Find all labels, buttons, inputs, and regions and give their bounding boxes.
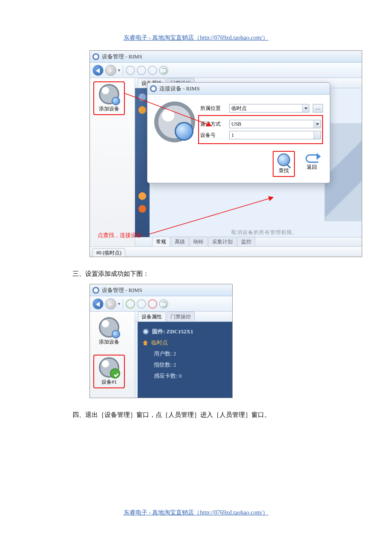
devno-input[interactable]: 1 — [229, 131, 321, 139]
row-location: 所属位置 临时点 … — [200, 104, 323, 113]
toolbar-gear-icon[interactable] — [126, 299, 135, 309]
nav-dropdown[interactable]: ▾ — [118, 68, 120, 72]
iconbar-home-icon[interactable] — [138, 106, 146, 114]
iconbar-gear-icon[interactable] — [138, 93, 146, 101]
page-footer-link[interactable]: 东睿电子 - 真地淘宝直销店（http://0769zd.taobao.com/… — [0, 509, 392, 517]
window-titlebar: 设备管理 - RIMS — [90, 51, 362, 63]
annotation-caption: 点查找，连接设备 — [98, 231, 142, 239]
comm-dropdown[interactable]: USB — [229, 120, 321, 128]
top-tabs-2: 设备属性 门禁操控 — [135, 312, 232, 322]
left-sidebar: 添加设备 — [90, 78, 135, 246]
location-dropdown[interactable]: 临时点 — [229, 104, 309, 113]
dialog-large-gear-icon — [154, 101, 195, 142]
toolbar-search-icon[interactable] — [137, 66, 146, 75]
left-sidebar-2: 添加设备 设备#1 — [90, 312, 135, 398]
toolbar-separator — [123, 65, 123, 75]
return-arrow-icon — [306, 154, 318, 163]
gear-magnifier-icon — [99, 317, 119, 338]
add-device-button[interactable]: 添加设备 — [93, 315, 125, 348]
nav-forward-button[interactable] — [105, 298, 116, 309]
screenshot-device-manager-connect: 设备管理 - RIMS ▾ 添加设备 设备属性 门禁操控 — [89, 50, 362, 257]
main-toolbar-2: ▾ — [90, 296, 232, 312]
tab-monitor[interactable]: 监控 — [237, 237, 255, 246]
gear-check-icon — [99, 357, 119, 378]
background-device-art — [325, 123, 362, 221]
highlighted-fields: 通讯方式 USB 设备号 1 — [198, 115, 323, 144]
toolbar-search-icon[interactable] — [137, 299, 146, 309]
app-icon — [92, 287, 99, 294]
tab-plan[interactable]: 采集计划 — [208, 237, 236, 246]
tab-door-control[interactable]: 门禁操控 — [167, 312, 195, 321]
device-1-button[interactable]: 设备#1 — [93, 355, 125, 388]
magnifier-icon — [277, 153, 290, 166]
dialog-gear-icon — [150, 85, 157, 92]
toolbar-gear-red-icon[interactable] — [148, 299, 157, 309]
window-titlebar-2: 设备管理 - RIMS — [90, 284, 232, 296]
nav-back-button[interactable] — [92, 65, 104, 76]
location-browse-button[interactable]: … — [313, 104, 323, 113]
node-row[interactable]: 临时点 — [143, 337, 227, 348]
tab-device-props[interactable]: 设备属性 — [138, 312, 166, 321]
hint-text: 取消设备的所有管理权限。 — [231, 229, 298, 236]
dialog-search-button[interactable]: 查找 — [273, 151, 295, 177]
row-devno: 设备号 1 — [200, 131, 321, 139]
devno-label: 设备号 — [200, 132, 226, 139]
main-toolbar: ▾ — [90, 63, 362, 78]
cards-row: 感应卡数: 0 — [143, 370, 227, 382]
home-icon — [143, 340, 148, 345]
refresh-icon[interactable] — [159, 299, 168, 309]
page-header-link[interactable]: 东睿电子 - 真地淘宝直销店（http://0769zd.taobao.com/… — [72, 34, 320, 42]
toolbar-separator — [123, 299, 123, 309]
nav-forward-button[interactable] — [105, 65, 116, 76]
nav-back-button[interactable] — [92, 298, 104, 309]
location-label: 所属位置 — [200, 105, 226, 112]
fps-row: 指纹数: 2 — [143, 359, 227, 370]
status-chip[interactable]: #0 (临时点) — [92, 248, 125, 257]
users-row: 用户数: 2 — [143, 348, 227, 359]
firmware-row: 固件: ZDC152X1 — [143, 326, 227, 337]
comm-label: 通讯方式 — [200, 121, 226, 128]
gear-magnifier-icon — [99, 84, 119, 104]
window-title: 设备管理 - RIMS — [102, 53, 142, 61]
iconbar-alarm-icon[interactable] — [138, 192, 146, 200]
nav-dropdown[interactable]: ▾ — [118, 301, 120, 306]
toolbar-gear-icon[interactable] — [126, 66, 135, 75]
gear-mini-icon — [143, 329, 149, 335]
app-icon — [92, 53, 99, 60]
tab-general[interactable]: 常规 — [152, 237, 170, 246]
dialog-back-button[interactable]: 返回 — [301, 151, 323, 177]
row-comm: 通讯方式 USB — [200, 120, 321, 128]
add-device-button[interactable]: 添加设备 — [93, 81, 125, 115]
screenshot-device-added: 设备管理 - RIMS ▾ 添加设备 设备#1 — [89, 284, 233, 398]
refresh-icon[interactable] — [159, 66, 168, 75]
toolbar-gear2-icon[interactable] — [148, 66, 157, 75]
step-4-text: 四、退出［设备管理］窗口，点［人员管理］进入［人员管理］窗口。 — [72, 411, 320, 419]
dialog-titlebar: 连接设备 - RIMS — [147, 83, 330, 95]
tab-bell[interactable]: 响铃 — [190, 237, 208, 246]
device-info-panel: 固件: ZDC152X1 临时点 用户数: 2 指纹数: 2 感应卡数: 0 — [138, 322, 232, 398]
bottom-tabs: 常规 高级 响铃 采集计划 监控 — [135, 237, 362, 246]
connect-device-dialog: 连接设备 - RIMS 所属位置 临时点 … 通讯方式 — [147, 82, 330, 183]
window-title-2: 设备管理 - RIMS — [102, 286, 142, 294]
status-bar: #0 (临时点) — [90, 246, 362, 257]
dialog-title: 连接设备 - RIMS — [159, 85, 200, 92]
step-3-text: 三、设置添加成功如下图： — [72, 270, 320, 278]
iconbar-power-icon[interactable] — [138, 205, 146, 213]
tab-advanced[interactable]: 高级 — [171, 237, 189, 246]
